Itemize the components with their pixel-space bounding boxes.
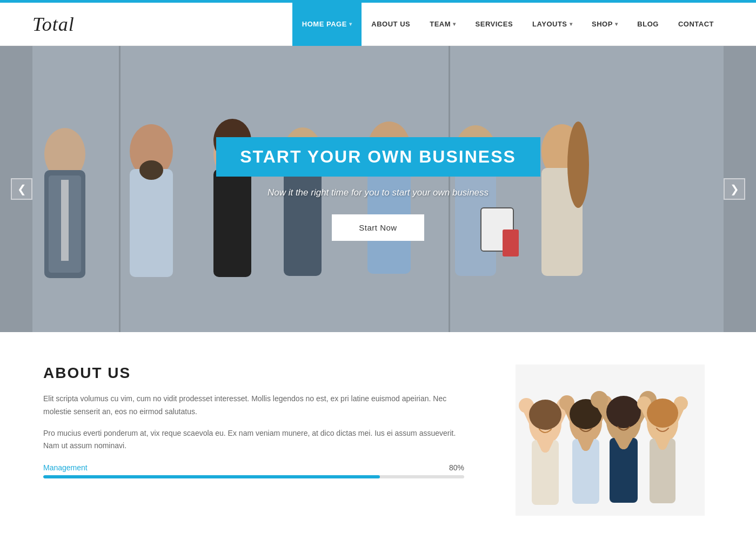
svg-point-26: [567, 122, 589, 208]
chevron-down-icon: ▾: [453, 21, 456, 27]
nav-item-shop[interactable]: SHOP ▾: [582, 3, 627, 46]
about-paragraph-1: Elit scripta volumus cu vim, cum no vidi…: [43, 393, 464, 418]
navigation: HOME PAGE ▾ ABOUT US TEAM ▾ SERVICES LAY…: [292, 3, 724, 46]
svg-point-9: [139, 160, 163, 180]
hero-title: START YOUR OWN BUSINESS: [232, 147, 524, 167]
chevron-down-icon: ▾: [570, 21, 573, 27]
skill-fill: [43, 475, 380, 478]
svg-rect-6: [61, 180, 69, 261]
celebrate-image: [516, 364, 705, 516]
header: Total HOME PAGE ▾ ABOUT US TEAM ▾ SERVIC…: [0, 3, 756, 46]
svg-rect-1: [119, 46, 121, 332]
skills-section: Management 80%: [43, 463, 464, 478]
start-now-button[interactable]: Start Now: [332, 214, 424, 241]
about-paragraph-2: Pro mucius everti ponderum at, vix reque…: [43, 427, 464, 453]
about-left-content: ABOUT US Elit scripta volumus cu vim, cu…: [43, 364, 464, 516]
skill-track: [43, 475, 464, 478]
about-section: ABOUT US Elit scripta volumus cu vim, cu…: [0, 332, 756, 537]
nav-item-services[interactable]: SERVICES: [466, 3, 523, 46]
skill-item-management: Management 80%: [43, 463, 464, 478]
slider-prev-button[interactable]: ❮: [11, 178, 32, 200]
nav-item-contact[interactable]: CONTACT: [668, 3, 724, 46]
skill-name: Management: [43, 463, 88, 472]
celebrate-svg: [516, 364, 705, 516]
nav-item-team[interactable]: TEAM ▾: [420, 3, 465, 46]
svg-point-36: [529, 400, 561, 430]
nav-item-home[interactable]: HOME PAGE ▾: [292, 3, 362, 46]
hero-section: START YOUR OWN BUSINESS Now it the right…: [0, 46, 756, 332]
nav-item-blog[interactable]: BLOG: [627, 3, 668, 46]
nav-item-layouts[interactable]: LAYOUTS ▾: [523, 3, 582, 46]
svg-point-48: [591, 391, 608, 408]
about-title: ABOUT US: [43, 364, 464, 382]
hero-subtitle: Now it the right time for you to start y…: [216, 187, 540, 198]
chevron-down-icon: ▾: [349, 21, 352, 27]
about-right-image: [507, 364, 713, 516]
hero-title-box: START YOUR OWN BUSINESS: [216, 137, 540, 177]
hero-content: START YOUR OWN BUSINESS Now it the right…: [216, 137, 540, 241]
slider-next-button[interactable]: ❯: [724, 178, 745, 200]
svg-point-50: [606, 396, 641, 428]
chevron-down-icon: ▾: [615, 21, 618, 27]
skill-percent: 80%: [449, 463, 464, 472]
svg-point-57: [647, 399, 678, 428]
svg-rect-8: [130, 169, 173, 277]
logo[interactable]: Total: [32, 13, 75, 36]
nav-item-about[interactable]: ABOUT US: [362, 3, 420, 46]
